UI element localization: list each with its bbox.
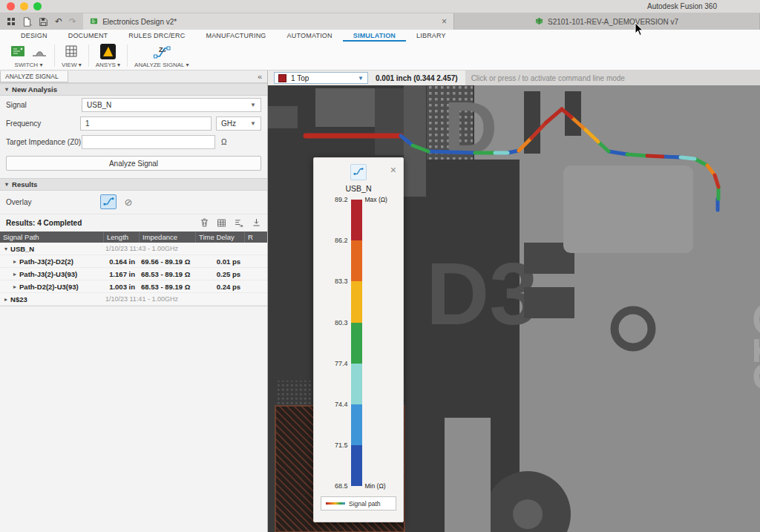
tab-close-icon[interactable]: × (442, 16, 447, 27)
close-window-button[interactable] (7, 2, 15, 10)
analyze-signal-group[interactable]: Z₀ ANALYZE SIGNAL ▾ (128, 42, 195, 70)
chevron-down-icon: ▼ (358, 75, 364, 82)
legend-tick: 80.3 (335, 319, 348, 326)
chevron-right-icon[interactable]: ▸ (13, 271, 16, 278)
panel-title: ANALYZE SIGNAL (0, 71, 68, 82)
table-row-group-usbn[interactable]: ▾USB_N 1/10/23 11:43 - 1.00GHz (0, 243, 267, 255)
legend-tick: 71.5 (335, 441, 348, 449)
ribbon-tab-library[interactable]: LIBRARY (406, 30, 456, 42)
ribbon-tabs: DESIGN DOCUMENT RULES DRC/ERC MANUFACTUR… (0, 30, 760, 42)
chevron-down-icon[interactable]: ▾ (4, 246, 7, 252)
target-impedance-row: Target Impedance (Z0) Ω (0, 133, 267, 151)
redo-icon[interactable]: ↷ (69, 17, 76, 26)
chevron-right-icon[interactable]: ▸ (13, 258, 16, 265)
table-row-path[interactable]: ▸Path-D2(2)-U3(93) 1.003 in 68.53 - 89.1… (0, 280, 267, 293)
ribbon-tab-automation[interactable]: AUTOMATION (277, 30, 343, 42)
ansys-logo-icon[interactable] (100, 44, 116, 61)
results-section-header[interactable]: ▾ Results (0, 178, 267, 191)
legend-close-icon[interactable]: × (390, 165, 396, 175)
cursor-coordinates: 0.001 inch (0.344 2.457) (376, 74, 458, 82)
board-shape-icon[interactable] (31, 44, 48, 60)
impedance-color-bar (351, 200, 362, 486)
export-report-icon[interactable] (234, 218, 244, 228)
document-tab-demoversion[interactable]: S2101-101-REV-A_DEMOVERSION v7 (454, 13, 760, 30)
frequency-input[interactable] (80, 116, 212, 131)
overlay-on-button[interactable] (100, 194, 117, 209)
ohm-unit-label: Ω (221, 138, 226, 146)
analyze-signal-label[interactable]: ANALYZE SIGNAL ▾ (134, 62, 189, 68)
tab-label: S2101-101-REV-A_DEMOVERSION v7 (548, 18, 678, 26)
panel-empty-area (0, 306, 267, 532)
view-label[interactable]: VIEW ▾ (62, 62, 82, 68)
minimize-window-button[interactable] (20, 2, 28, 10)
chevron-right-icon[interactable]: ▸ (13, 283, 16, 290)
frequency-unit-select[interactable]: GHz ▼ (216, 116, 261, 131)
legend-signal-toggle-button[interactable] (350, 164, 367, 180)
column-impedance[interactable]: Impedance (140, 231, 196, 243)
silkscreen-c13-label: C13 (744, 301, 760, 390)
view-group[interactable]: VIEW ▾ (55, 42, 88, 70)
ansys-group[interactable]: ANSYS ▾ (89, 42, 127, 70)
overlay-off-button[interactable]: ⊘ (120, 194, 137, 209)
chevron-down-icon: ▾ (5, 86, 8, 93)
delete-results-icon[interactable] (200, 217, 209, 228)
new-analysis-section-header[interactable]: ▾ New Analysis (0, 83, 267, 96)
grid-view-icon[interactable] (64, 44, 79, 60)
document-tabbar: ↶ ↷ Electronics Design v2* × S2101-101-R… (0, 13, 760, 30)
legend-min-label: Min (Ω) (365, 482, 386, 490)
svg-text:Z₀: Z₀ (159, 46, 166, 53)
pcb-viewport[interactable]: D D3 C13 (268, 85, 760, 532)
tab-label: Electronics Design v2* (102, 18, 177, 26)
undo-icon[interactable]: ↶ (55, 17, 62, 26)
table-row-group-n23[interactable]: ▸N$23 1/10/23 11:41 - 1.00GHz (0, 293, 267, 306)
file-menu-icon[interactable] (22, 17, 32, 27)
impedance-scale: 89.2 86.2 83.3 80.3 77.4 74.4 71.5 68.5 … (326, 200, 392, 486)
table-row-path[interactable]: ▸Path-J3(2)-D2(2) 0.164 in 69.56 - 89.19… (0, 255, 267, 268)
legend-tick: 83.3 (335, 278, 348, 285)
canvas-toolbar: 1 Top ▼ 0.001 inch (0.344 2.457) (268, 70, 760, 85)
zoom-window-button[interactable] (33, 2, 42, 10)
collapse-panel-icon[interactable]: « (258, 72, 267, 81)
switch-label[interactable]: SWITCH ▾ (15, 62, 43, 68)
results-summary-row: Results: 4 Completed (0, 214, 267, 231)
app-grid-icon[interactable] (7, 17, 16, 26)
frequency-row: Frequency GHz ▼ (0, 114, 267, 133)
ribbon-tab-simulation[interactable]: SIMULATION (343, 30, 406, 42)
column-length[interactable]: Length (104, 231, 140, 243)
signal-label: Signal (6, 101, 82, 109)
ansys-label[interactable]: ANSYS ▾ (96, 62, 120, 68)
chevron-right-icon[interactable]: ▸ (4, 296, 7, 303)
ribbon-tab-rules-drc-erc[interactable]: RULES DRC/ERC (118, 30, 195, 42)
signal-overlay-icon (353, 167, 364, 177)
target-impedance-input[interactable] (82, 135, 215, 149)
assembly-doc-icon (535, 17, 543, 27)
download-icon[interactable] (252, 217, 261, 228)
board-doc-icon (90, 17, 98, 27)
switch-group[interactable]: SWITCH ▾ (3, 42, 54, 70)
legend-tick: 68.5 (335, 482, 348, 490)
titlebar: Autodesk Fusion 360 (0, 0, 760, 13)
command-line-input[interactable] (465, 70, 760, 85)
silkscreen-d-label: D (444, 86, 497, 169)
table-view-icon[interactable] (217, 218, 226, 228)
ribbon-tab-design[interactable]: DESIGN (10, 30, 58, 42)
signal-overlay-icon (103, 197, 114, 208)
ribbon-tab-document[interactable]: DOCUMENT (58, 30, 119, 42)
analyze-signal-button[interactable]: Analyze Signal (6, 156, 261, 171)
results-summary: Results: 4 Completed (6, 219, 82, 227)
frequency-label: Frequency (6, 119, 80, 128)
layer-select[interactable]: 1 Top ▼ (274, 72, 368, 84)
impedance-z0-icon[interactable]: Z₀ (153, 44, 171, 61)
impedance-legend-panel[interactable]: × USB_N 89.2 86.2 83.3 80.3 77.4 74.4 71… (313, 157, 404, 522)
document-tab-electronics-design[interactable]: Electronics Design v2* × (83, 13, 454, 30)
column-r[interactable]: R (245, 231, 267, 243)
column-time-delay[interactable]: Time Delay (196, 231, 245, 243)
column-signal-path[interactable]: Signal Path (0, 231, 104, 243)
save-icon[interactable] (39, 17, 48, 27)
panel-header: ANALYZE SIGNAL « (0, 70, 267, 83)
mouse-cursor (635, 22, 643, 36)
table-row-path[interactable]: ▸Path-J3(2)-U3(93) 1.167 in 68.53 - 89.1… (0, 268, 267, 280)
ribbon-tab-manufacturing[interactable]: MANUFACTURING (195, 30, 276, 42)
pcb-document-icon[interactable] (10, 44, 26, 60)
signal-select[interactable]: USB_N ▼ (82, 98, 261, 112)
